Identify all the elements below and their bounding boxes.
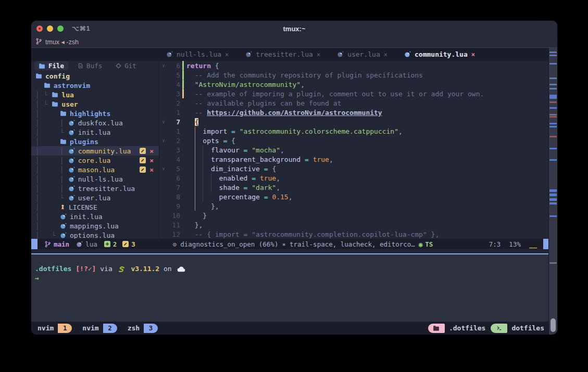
tree-item[interactable]: │ LICENSE [31, 202, 159, 212]
lua-file-icon [60, 223, 67, 229]
close-button[interactable] [36, 25, 43, 32]
tree-item[interactable]: │ │ mason.lua× [31, 165, 159, 174]
code-line[interactable]: 11 }, [159, 220, 548, 229]
git-sign [181, 126, 185, 136]
code-line[interactable]: 9 }, [159, 201, 548, 211]
code-line[interactable]: 1 import = "astrocommunity.colorscheme.c… [159, 126, 548, 136]
code-text: enabled = true, [185, 174, 280, 182]
buffer-close-icon[interactable]: × [471, 51, 475, 58]
tmux-window-2[interactable]: nvim2 [80, 324, 117, 333]
git-sign [181, 164, 185, 173]
line-number: 5 [168, 71, 181, 79]
cwd-name: .dotfiles [35, 265, 71, 273]
git-sign [181, 136, 185, 145]
tmux-status-item[interactable]: dotfiles [491, 324, 544, 333]
explorer-tab-git[interactable]: Git [111, 61, 141, 70]
tree-item[interactable]: │ └ init.lua [31, 127, 159, 137]
code-line[interactable]: 1 -- https://github.com/AstroNvim/astroc… [159, 108, 548, 117]
nvim-cmdline [31, 249, 548, 253]
code-line[interactable]: ∨7 { [159, 117, 548, 126]
code-line[interactable]: 6 enabled = true, [159, 173, 548, 183]
minimize-button[interactable] [47, 25, 53, 32]
tree-item[interactable]: │ plugins [31, 137, 159, 146]
unsaved-close-icon[interactable]: × [149, 157, 154, 164]
code-line[interactable]: 4 "AstroNvim/astrocommunity", [159, 80, 548, 89]
code-line[interactable]: 12 -- { import = "astrocommunity.complet… [159, 229, 548, 239]
tmux-session-tab[interactable]: tmux ◂ -zsh [35, 38, 79, 46]
code-text: shade = "dark", [185, 184, 280, 191]
tree-item[interactable]: │ └ user [31, 99, 159, 109]
buffer-close-icon[interactable]: × [317, 51, 320, 58]
buffer-tab[interactable]: user.lua× [337, 50, 387, 58]
code-line[interactable]: 8 percentage = 0.15, [159, 192, 548, 201]
code-line[interactable]: 2 -- available plugins can be found at [159, 98, 548, 108]
tree-item[interactable]: │ └ user.lua [31, 193, 159, 202]
git-sign [181, 173, 185, 183]
tree-guides: │ └ [35, 194, 68, 202]
lsp-icon: ⊙ [173, 240, 177, 248]
tree-item-name: community.lua [78, 147, 131, 155]
tmux-status-item[interactable]: .dotfiles [428, 324, 485, 333]
code-line[interactable]: ∨2 opts = { [159, 136, 548, 145]
shell-pane[interactable]: .dotfiles [!?✓] via v3.11.2 on → [31, 254, 548, 322]
lua-file-icon [68, 176, 75, 183]
unsaved-close-icon[interactable]: × [149, 148, 154, 155]
buffer-close-icon[interactable]: × [225, 51, 229, 58]
code-line[interactable]: ∨5 dim_inactive = { [159, 164, 548, 173]
code-line[interactable]: 4 transparent_background = true, [159, 155, 548, 164]
tmux-window-1[interactable]: nvim1 [35, 324, 72, 333]
explorer-tab-label: Bufs [86, 62, 102, 70]
tree-guides [35, 82, 44, 89]
tree-item[interactable]: │ mappings.lua [31, 221, 159, 230]
unsaved-close-icon[interactable]: × [149, 166, 154, 173]
explorer-tab-bufs[interactable]: Bufs [73, 61, 106, 70]
tree-item[interactable]: │ └ options.lua [31, 230, 159, 239]
git-sign [181, 61, 185, 70]
tree-item[interactable]: │ │ core.lua× [31, 156, 159, 165]
code-line[interactable]: 5 -- Add the community repository of plu… [159, 70, 548, 80]
tree-item[interactable]: │ └ lua [31, 90, 159, 99]
code-line[interactable]: 10 } [159, 211, 548, 220]
explorer-tab-file[interactable]: File [34, 61, 68, 70]
code-line[interactable]: 3 -- example of imporing a plugin, comme… [159, 89, 548, 98]
tree-item[interactable]: │ │ null-ls.lua [31, 174, 159, 184]
git-branch-segment[interactable]: main [44, 240, 69, 248]
code-text: flavour = "mocha", [185, 146, 284, 154]
buffer-tab[interactable]: null-ls.lua× [166, 50, 229, 58]
modified-icon [140, 166, 146, 173]
tree-item-name: plugins [70, 138, 98, 146]
fold-chevron-icon[interactable]: ∨ [159, 166, 168, 171]
tree-item[interactable]: │ │ community.lua× [31, 146, 159, 156]
treesitter-segment: ◉TS [419, 240, 433, 248]
tree-item[interactable]: │ │ treesitter.lua [31, 184, 159, 193]
token: https://github.com/AstroNvim/astrocommun… [207, 109, 382, 117]
buffer-close-icon[interactable]: × [384, 51, 387, 58]
fold-chevron-icon[interactable]: ∨ [159, 63, 168, 68]
git-sign [181, 70, 185, 80]
tree-item[interactable]: astronvim [31, 81, 159, 90]
tmux-window-3[interactable]: zsh3 [126, 324, 158, 333]
token: = [219, 137, 231, 145]
tree-item[interactable]: config [31, 71, 159, 81]
lua-file-icon [60, 213, 67, 220]
line-number: 10 [168, 212, 181, 220]
code-editor[interactable]: ∨6return {5 -- Add the community reposit… [159, 61, 548, 239]
prompt-arrow: → [35, 274, 548, 282]
tree-guides: │ └ [35, 91, 52, 99]
buffer-tab[interactable]: community.lua× [404, 50, 475, 58]
buffer-tab[interactable]: treesitter.lua× [245, 50, 320, 58]
zoom-button[interactable] [57, 25, 64, 32]
scrollbar-mark [549, 202, 557, 204]
fold-chevron-icon[interactable]: ∨ [159, 138, 168, 143]
fold-chevron-icon[interactable]: ∨ [159, 119, 168, 124]
token: = [260, 193, 272, 201]
prompt-text: on [159, 265, 176, 273]
scrollbar-thumb[interactable] [551, 318, 556, 332]
changed-icon [122, 241, 129, 247]
tree-item[interactable]: │ │ duskfox.lua [31, 118, 159, 127]
code-line[interactable]: 3 flavour = "mocha", [159, 145, 548, 155]
code-line[interactable]: ∨6return { [159, 61, 548, 70]
tree-item[interactable]: │ init.lua [31, 212, 159, 221]
code-line[interactable]: 7 shade = "dark", [159, 183, 548, 192]
tree-item[interactable]: │ highlights [31, 109, 159, 118]
